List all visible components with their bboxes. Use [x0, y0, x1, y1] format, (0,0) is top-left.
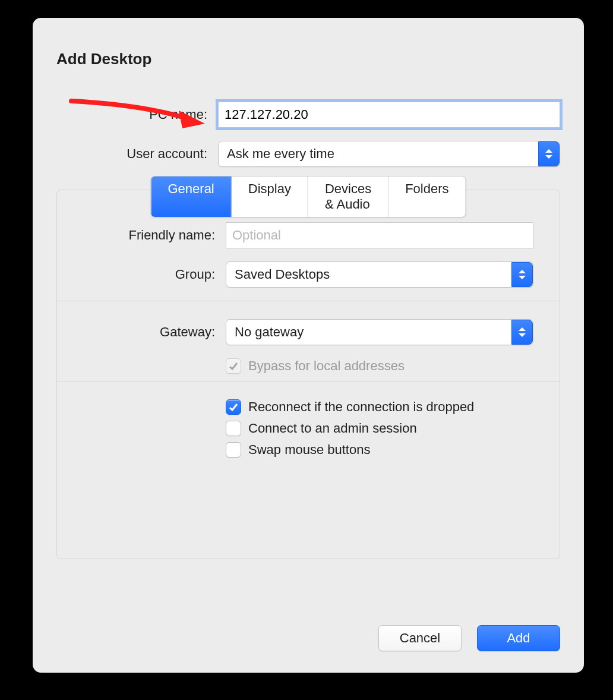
updown-icon: [511, 320, 533, 345]
swap-row: Swap mouse buttons: [226, 442, 533, 458]
dialog-footer: Cancel Add: [378, 625, 560, 651]
pc-name-input[interactable]: [218, 102, 560, 128]
add-button[interactable]: Add: [477, 625, 560, 651]
group-value: Saved Desktops: [235, 267, 330, 282]
user-account-select[interactable]: Ask me every time: [218, 141, 560, 167]
tab-devices-audio[interactable]: Devices & Audio: [308, 176, 388, 217]
dialog-title: Add Desktop: [56, 50, 560, 68]
divider: [57, 301, 560, 301]
reconnect-row: Reconnect if the connection is dropped: [226, 399, 533, 415]
bypass-checkbox: [226, 358, 241, 374]
tabs: General Display Devices & Audio Folders: [150, 176, 466, 217]
admin-checkbox[interactable]: [226, 421, 241, 436]
reconnect-label: Reconnect if the connection is dropped: [248, 399, 474, 415]
swap-label: Swap mouse buttons: [248, 442, 370, 458]
divider: [57, 381, 560, 381]
cancel-button[interactable]: Cancel: [378, 625, 462, 651]
bypass-label: Bypass for local addresses: [248, 358, 405, 374]
gateway-label: Gateway:: [83, 324, 226, 340]
user-account-value: Ask me every time: [227, 146, 334, 162]
admin-row: Connect to an admin session: [226, 421, 533, 436]
friendly-name-label: Friendly name:: [83, 228, 226, 243]
gateway-select[interactable]: No gateway: [226, 319, 533, 345]
tab-display[interactable]: Display: [232, 176, 308, 217]
group-select[interactable]: Saved Desktops: [226, 261, 533, 288]
swap-checkbox[interactable]: [226, 442, 241, 458]
tab-general[interactable]: General: [151, 176, 231, 217]
add-desktop-dialog: Add Desktop PC name: User account: Ask m…: [33, 18, 584, 673]
tab-folders[interactable]: Folders: [388, 176, 465, 217]
gateway-value: No gateway: [235, 324, 304, 340]
admin-label: Connect to an admin session: [248, 421, 417, 436]
reconnect-checkbox[interactable]: [226, 399, 241, 415]
bypass-row: Bypass for local addresses: [226, 358, 533, 374]
updown-icon: [511, 262, 533, 287]
user-account-label: User account:: [56, 146, 218, 162]
group-label: Group:: [83, 267, 226, 282]
settings-groupbox: General Display Devices & Audio Folders …: [56, 190, 560, 559]
friendly-name-input[interactable]: [226, 222, 533, 248]
pc-name-label: PC name:: [56, 107, 218, 122]
updown-icon: [538, 141, 560, 166]
